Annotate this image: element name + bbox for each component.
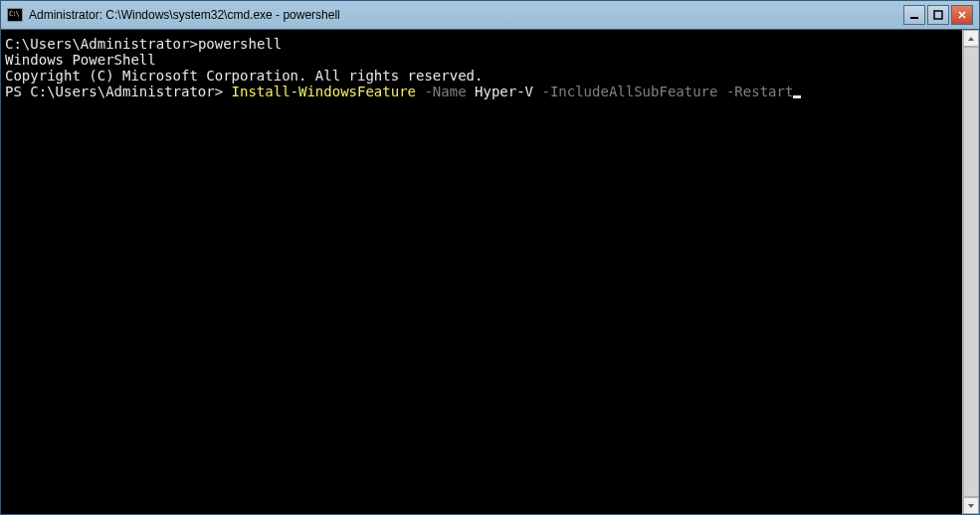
terminal-line: C:\Users\Administrator>powershell	[5, 36, 958, 52]
scroll-down-button[interactable]	[963, 497, 979, 514]
svg-marker-5	[968, 504, 974, 508]
svg-rect-0	[910, 17, 918, 19]
cmd-window: Administrator: C:\Windows\system32\cmd.e…	[0, 0, 980, 515]
titlebar[interactable]: Administrator: C:\Windows\system32\cmd.e…	[1, 1, 979, 29]
vertical-scrollbar[interactable]	[962, 30, 979, 514]
svg-marker-4	[968, 37, 974, 41]
text-cursor	[793, 95, 801, 98]
param-name: -Name	[416, 84, 475, 99]
param-value: Hyper-V	[475, 84, 533, 99]
scroll-thumb[interactable]	[963, 47, 979, 497]
maximize-button[interactable]	[927, 5, 949, 25]
scroll-track[interactable]	[963, 47, 979, 497]
cmd-icon	[7, 8, 23, 22]
terminal-line: Windows PowerShell	[5, 52, 958, 68]
param-name: -Restart	[726, 84, 793, 99]
minimize-button[interactable]	[903, 5, 925, 25]
svg-rect-1	[934, 11, 942, 19]
terminal-line: Copyright (C) Microsoft Corporation. All…	[5, 68, 958, 84]
close-button[interactable]	[951, 5, 973, 25]
cmdlet-name: Install-WindowsFeature	[232, 84, 416, 99]
ps-prompt: PS C:\Users\Administrator>	[5, 84, 232, 99]
scroll-up-button[interactable]	[963, 30, 979, 47]
param-name: -IncludeAllSubFeature	[533, 84, 726, 99]
window-title: Administrator: C:\Windows\system32\cmd.e…	[29, 8, 903, 22]
window-controls	[903, 5, 973, 25]
terminal-current-line: PS C:\Users\Administrator> Install-Windo…	[5, 84, 958, 99]
window-body: C:\Users\Administrator>powershellWindows…	[1, 29, 979, 514]
terminal-area[interactable]: C:\Users\Administrator>powershellWindows…	[1, 30, 962, 514]
